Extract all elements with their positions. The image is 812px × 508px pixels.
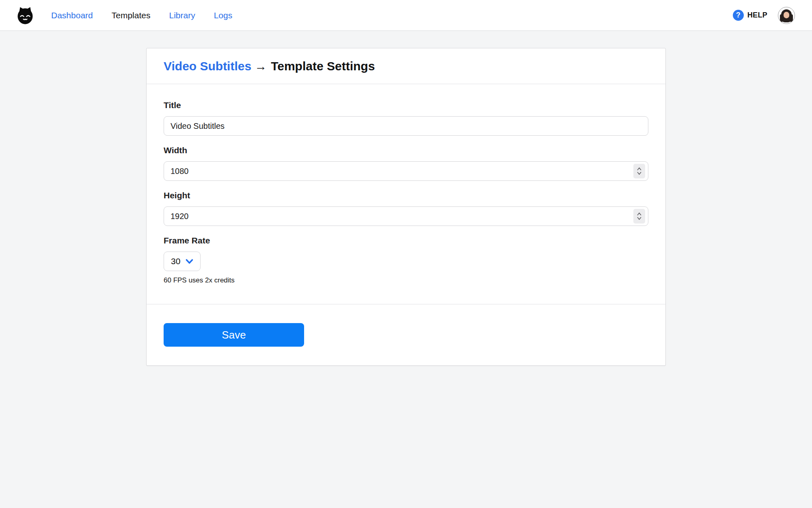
- topbar-right-section: ? HELP: [733, 7, 795, 24]
- chevron-down-icon: [186, 259, 193, 264]
- height-field-group: Height: [164, 191, 648, 226]
- avatar-hair-lock: [780, 14, 783, 22]
- number-stepper-icon[interactable]: [633, 164, 645, 178]
- title-field-group: Title: [164, 100, 648, 136]
- top-navigation-bar: Dashboard Templates Library Logs ? HELP: [0, 0, 812, 31]
- user-avatar[interactable]: [778, 7, 795, 24]
- nav-link-templates[interactable]: Templates: [112, 11, 151, 20]
- template-settings-card: Video Subtitles→Template Settings Title …: [146, 48, 666, 366]
- title-label: Title: [164, 100, 648, 110]
- width-label: Width: [164, 145, 648, 155]
- height-label: Height: [164, 191, 648, 200]
- width-input[interactable]: [164, 161, 648, 181]
- settings-form: Title Width Height: [147, 84, 665, 304]
- width-field-group: Width: [164, 145, 648, 181]
- frame-rate-select[interactable]: 30: [164, 252, 201, 271]
- avatar-face: [784, 12, 789, 18]
- frame-rate-label: Frame Rate: [164, 236, 648, 245]
- nav-link-library[interactable]: Library: [169, 11, 195, 20]
- breadcrumb-arrow: →: [251, 59, 271, 73]
- card-footer: Save: [147, 304, 665, 365]
- cat-logo-icon[interactable]: [15, 6, 35, 25]
- avatar-hair-lock: [790, 14, 793, 22]
- page-title: Template Settings: [271, 59, 375, 73]
- main-nav: Dashboard Templates Library Logs: [51, 11, 232, 20]
- help-label: HELP: [747, 11, 767, 20]
- main-content: Video Subtitles→Template Settings Title …: [0, 48, 812, 366]
- frame-rate-value: 30: [171, 256, 180, 266]
- frame-rate-field-group: Frame Rate 30 60 FPS uses 2x credits: [164, 236, 648, 284]
- help-button[interactable]: ? HELP: [733, 10, 767, 21]
- nav-link-logs[interactable]: Logs: [214, 11, 233, 20]
- breadcrumb-template-link[interactable]: Video Subtitles: [164, 59, 251, 73]
- height-input[interactable]: [164, 206, 648, 226]
- frame-rate-note: 60 FPS uses 2x credits: [164, 276, 648, 284]
- card-header: Video Subtitles→Template Settings: [147, 48, 665, 84]
- save-button[interactable]: Save: [164, 323, 304, 347]
- nav-link-dashboard[interactable]: Dashboard: [51, 11, 93, 20]
- number-stepper-icon[interactable]: [633, 209, 645, 224]
- title-input[interactable]: [164, 116, 648, 136]
- question-mark-icon: ?: [733, 10, 744, 21]
